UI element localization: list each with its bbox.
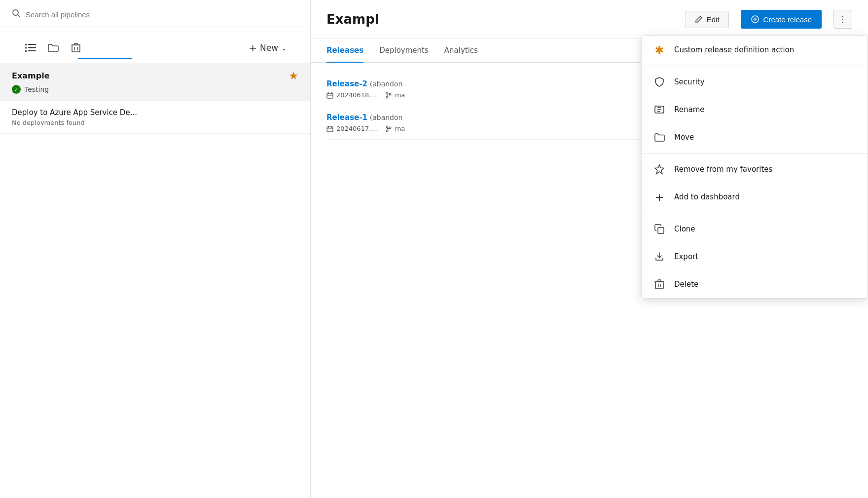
new-button[interactable]: + New ⌄ [249,40,287,56]
menu-label-security: Security [674,77,705,86]
release-link-2[interactable]: Release-2 [326,79,367,88]
pipeline-list: Example ★ ✓ Testing Deploy to Azure App … [0,63,310,498]
svg-point-13 [752,16,759,23]
menu-item-export[interactable]: Export [642,243,868,270]
menu-item-remove-favorites[interactable]: Remove from my favorites [642,155,868,183]
pipeline-secondary-name: Deploy to Azure App Service De... [12,108,298,117]
create-release-label: Create release [763,15,812,24]
move-folder-icon [653,131,665,143]
svg-line-1 [18,15,20,17]
menu-item-security[interactable]: Security [642,68,868,96]
delete-trash-icon [653,278,665,290]
toolbar-icons [24,41,83,55]
menu-divider-2 [642,153,868,153]
menu-divider-1 [642,66,868,66]
svg-rect-35 [655,282,663,289]
more-icon: ⋮ [838,14,847,25]
export-icon [653,251,665,263]
star-filled-icon: ★ [289,70,298,82]
rename-icon [653,104,665,115]
new-button-underline [78,58,132,59]
menu-label-remove-favorites: Remove from my favorites [674,165,772,174]
tab-releases[interactable]: Releases [326,39,363,63]
folder-icon[interactable] [46,41,60,55]
trash-icon[interactable] [69,41,83,55]
toolbar: + New ⌄ [12,32,298,56]
shield-icon [653,76,665,88]
release-date-icon-2: 20240618.... [326,91,377,99]
create-release-button[interactable]: Create release [741,10,822,29]
svg-point-26 [386,126,388,128]
svg-rect-6 [28,47,36,48]
menu-label-rename: Rename [674,105,705,114]
release-date-icon-1: 20240617.... [326,125,377,132]
list-icon[interactable] [24,41,37,55]
release-status-1: (abandon [370,114,403,121]
release-branch-icon-1: ma [385,125,405,132]
pipeline-item-example[interactable]: Example ★ ✓ Testing [0,63,310,101]
search-icon [12,9,21,20]
svg-rect-5 [28,44,36,45]
svg-point-20 [386,96,388,98]
svg-point-27 [386,130,388,132]
svg-rect-37 [658,280,661,282]
plus-icon: + [653,191,665,203]
menu-item-clone[interactable]: Clone [642,215,868,243]
menu-divider-3 [642,213,868,213]
new-dropdown-icon: ⌄ [281,44,287,52]
svg-rect-8 [72,45,80,52]
svg-rect-4 [25,50,27,52]
more-options-button[interactable]: ⋮ [833,10,852,29]
svg-point-14 [754,18,756,19]
menu-label-delete: Delete [674,280,698,289]
edit-icon [695,15,703,23]
menu-label-export: Export [674,252,698,261]
star-outline-icon [653,163,665,175]
new-plus-icon: + [249,42,257,54]
edit-label: Edit [707,15,720,24]
svg-rect-2 [25,44,27,45]
context-menu: ✱ Custom release definition action Secur… [641,36,868,299]
copy-icon [653,223,665,235]
search-input[interactable] [26,10,298,19]
edit-button[interactable]: Edit [686,11,729,28]
svg-rect-34 [658,228,664,233]
pipeline-secondary-sub: No deployments found [12,119,298,126]
pipeline-name: Example [12,71,50,80]
svg-rect-7 [28,50,36,51]
search-bar [0,0,310,27]
menu-label-custom-action: Custom release definition action [674,45,794,54]
menu-label-clone: Clone [674,225,695,233]
menu-item-delete[interactable]: Delete [642,270,868,298]
release-link-1[interactable]: Release-1 [326,113,367,122]
tab-analytics[interactable]: Analytics [444,39,478,63]
menu-item-move[interactable]: Move [642,123,868,151]
pipeline-item-secondary[interactable]: Deploy to Azure App Service De... No dep… [0,101,310,134]
page-title: Exampl [326,12,379,27]
pipeline-status: ✓ Testing [12,85,298,94]
svg-point-19 [386,92,388,94]
toolbar-section: + New ⌄ [0,27,310,63]
asterisk-icon: ✱ [653,44,665,56]
sidebar: + New ⌄ Example ★ ✓ Testing Deploy to Az… [0,0,311,498]
create-release-icon [751,15,760,24]
new-label: New [260,43,278,53]
menu-label-add-dashboard: Add to dashboard [674,192,740,201]
tab-deployments[interactable]: Deployments [379,39,429,63]
menu-item-rename[interactable]: Rename [642,96,868,123]
svg-rect-22 [327,127,333,132]
menu-item-add-dashboard[interactable]: + Add to dashboard [642,183,868,211]
svg-rect-10 [74,43,77,45]
menu-item-custom-action[interactable]: ✱ Custom release definition action [642,36,868,64]
status-check-icon: ✓ [12,85,21,94]
svg-marker-33 [655,165,664,174]
release-status-2: (abandon [370,80,403,88]
release-branch-icon-2: ma [385,91,405,99]
main-header: Exampl Edit Create release ⋮ [311,0,868,39]
menu-label-move: Move [674,133,694,142]
svg-rect-3 [25,47,27,49]
main-content: Exampl Edit Create release ⋮ Releases De… [311,0,868,498]
svg-rect-15 [327,93,333,98]
pipeline-status-text: Testing [25,85,49,93]
